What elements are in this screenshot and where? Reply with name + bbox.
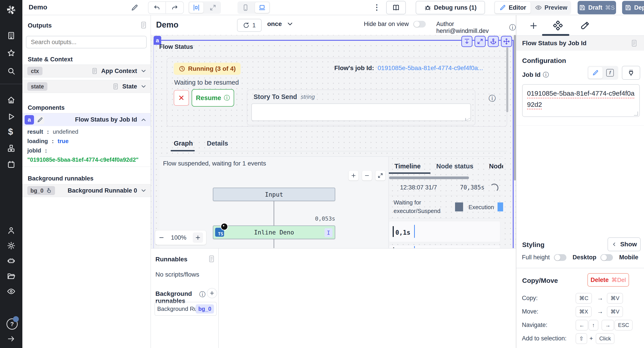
home-icon[interactable] <box>7 96 16 104</box>
desktop-toggle[interactable] <box>600 254 613 261</box>
workers-icon[interactable] <box>7 257 16 265</box>
flow-node-inline-deno[interactable]: Inline Deno TS I <box>213 226 335 239</box>
insert-component-tab[interactable] <box>529 21 538 31</box>
resize-handle[interactable] <box>634 111 638 116</box>
rename-pencil-icon[interactable] <box>131 4 138 12</box>
zoom-out-button[interactable] <box>362 171 372 181</box>
schedules-icon[interactable] <box>7 160 16 169</box>
redo-button[interactable] <box>166 2 183 14</box>
runnables-panel: Runnables No scripts/flows Background ru… <box>153 249 219 348</box>
ctx-row[interactable]: ctx App Context <box>22 65 150 77</box>
editor-tab[interactable]: Editor <box>495 2 531 14</box>
settings-doc-icon[interactable] <box>630 39 638 47</box>
tab-timeline[interactable]: Timeline <box>394 162 420 170</box>
full-height-toggle[interactable] <box>554 254 566 261</box>
docs-button[interactable] <box>386 1 406 14</box>
delete-label: Delete <box>590 277 609 283</box>
component-pencil-icon[interactable] <box>36 116 44 124</box>
hide-bar-toggle[interactable] <box>413 21 426 28</box>
fx-mode-button[interactable]: f <box>604 67 616 79</box>
runs-icon[interactable] <box>7 112 16 121</box>
tab-details[interactable]: Details <box>207 140 228 147</box>
editor-preview-segment: Editor Preview <box>494 1 571 14</box>
tab-graph[interactable]: Graph <box>174 140 193 147</box>
audit-icon[interactable] <box>7 287 16 296</box>
mobile-view-button[interactable] <box>238 2 253 13</box>
fit-view-button[interactable] <box>376 171 385 181</box>
styling-tab[interactable] <box>580 21 590 31</box>
zoom-in-button[interactable] <box>193 232 203 243</box>
preview-tab[interactable]: Preview <box>532 2 571 14</box>
info-icon: ⓘ <box>224 94 230 102</box>
timeline-hscrollbar[interactable] <box>389 177 469 179</box>
resume-button[interactable]: Resume ⓘ <box>192 89 234 107</box>
fullscreen-button[interactable] <box>474 36 486 47</box>
timeline-row-2: k <box>389 245 500 248</box>
zoom-out-button[interactable] <box>158 235 164 241</box>
info-icon[interactable]: ⓘ <box>488 94 496 103</box>
draft-button[interactable]: Draft ⌘S <box>578 1 616 14</box>
bg-runnable-item[interactable]: Background Runna... bg_0 <box>154 302 217 316</box>
tab-node-clipped[interactable]: Node <box>489 162 503 170</box>
settings-icon[interactable] <box>7 241 16 250</box>
undo-button[interactable] <box>148 2 166 14</box>
chevron-up-icon[interactable] <box>140 116 147 123</box>
component-output-result: result : undefined <box>27 128 78 135</box>
desktop-view-button[interactable] <box>255 2 269 13</box>
inner-vscrollbar[interactable] <box>506 47 508 112</box>
static-mode-button[interactable] <box>588 67 603 79</box>
node-badge: I <box>324 228 332 237</box>
search-icon[interactable] <box>7 67 16 75</box>
story-textarea[interactable] <box>251 103 471 121</box>
background-runnables-title: Background runnables <box>28 175 94 182</box>
job-id-label: Job Id <box>522 71 540 78</box>
anchor-button[interactable] <box>488 36 499 47</box>
kebab-menu[interactable]: ⋮ <box>373 3 380 12</box>
state-type-label: State <box>122 83 137 90</box>
component-settings-tab[interactable] <box>553 21 563 31</box>
show-styling-button[interactable]: Show <box>608 237 641 251</box>
zoom-in-button[interactable] <box>348 171 358 181</box>
chevron-down-icon[interactable] <box>140 187 147 194</box>
connect-plug-button[interactable] <box>622 66 640 80</box>
expand-down-button[interactable] <box>461 36 472 47</box>
windmill-logo[interactable] <box>5 4 18 16</box>
background-runnable-row[interactable]: bg_0 Background Runnable 0 <box>22 184 150 197</box>
deno-node-label: Inline Deno <box>254 229 294 236</box>
refresh-mode-dropdown[interactable]: once <box>267 20 294 28</box>
info-icon[interactable]: ⓘ <box>543 71 549 79</box>
canvas-vscrollbar[interactable] <box>514 35 516 181</box>
info-icon[interactable]: ⓘ <box>509 23 516 32</box>
debug-runs-button[interactable]: Debug runs (1) <box>416 1 485 14</box>
folders-icon[interactable] <box>7 272 16 280</box>
move-button[interactable] <box>501 36 512 47</box>
variables-icon[interactable]: $ <box>8 127 13 137</box>
outputs-doc-icon[interactable] <box>140 21 148 29</box>
cancel-button[interactable]: ✕ <box>174 90 189 106</box>
canvas[interactable]: a Flow Status Running (3 of 4) Flow's jo… <box>151 35 516 248</box>
refresh-count-button[interactable]: 1 <box>237 19 262 32</box>
flow-job-id-link[interactable]: 0191085e-5baa-81ef-4774-c9ef4f0a... <box>378 65 483 72</box>
chevron-down-icon[interactable] <box>140 68 147 74</box>
notification-dot <box>13 316 19 322</box>
add-background-runnable-button[interactable] <box>207 288 217 298</box>
fullwidth-button[interactable] <box>206 2 220 13</box>
add-selection-label: Add to selection: <box>522 335 567 342</box>
resize-handle[interactable] <box>465 116 470 121</box>
rail-item-apps[interactable] <box>7 31 16 40</box>
delete-button[interactable]: Delete ⌘Del <box>588 273 629 287</box>
tab-node-status[interactable]: Node status <box>436 162 474 170</box>
resources-icon[interactable] <box>7 144 16 153</box>
user-icon[interactable] <box>7 226 16 235</box>
state-row[interactable]: state State <box>22 80 150 93</box>
component-row-header[interactable]: a Flow Status by Job Id <box>22 113 150 126</box>
star-icon[interactable] <box>7 49 16 57</box>
align-center-button[interactable] <box>189 2 204 13</box>
job-id-textarea[interactable]: 0191085e-5baa-81ef-4774-c9ef4f0a92d2 <box>522 84 640 117</box>
search-outputs-input[interactable] <box>26 36 147 48</box>
runnables-doc-icon[interactable] <box>208 255 216 263</box>
collapse-arrow-icon[interactable] <box>7 334 16 343</box>
deploy-button[interactable]: Deploy <box>622 1 644 14</box>
flow-node-input[interactable]: Input <box>213 188 335 201</box>
chevron-down-icon[interactable] <box>140 83 147 90</box>
